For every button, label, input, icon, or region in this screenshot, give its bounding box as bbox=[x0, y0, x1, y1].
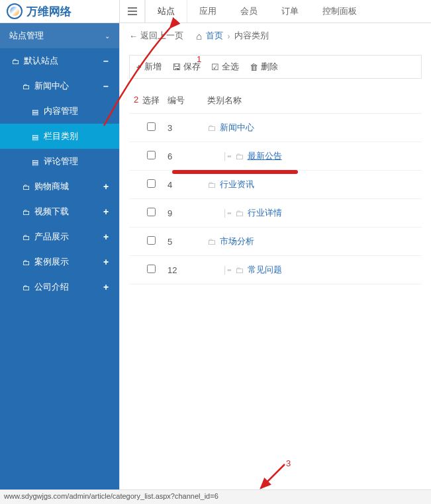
folder-icon bbox=[235, 151, 244, 161]
sidebar-item[interactable]: 公司介绍+ bbox=[0, 274, 119, 300]
row-name-link[interactable]: 行业详情 bbox=[248, 207, 282, 219]
folder-icon bbox=[23, 182, 30, 192]
tree-line-icon bbox=[223, 152, 231, 160]
status-url: www.sdygwjgs.com/admin/article/category_… bbox=[4, 492, 218, 500]
table-row: 5市场分析 bbox=[129, 228, 422, 256]
breadcrumb-home[interactable]: 首页 bbox=[206, 30, 223, 42]
sidebar-item-label: 案例展示 bbox=[34, 256, 69, 268]
sidebar-section-header[interactable]: 站点管理 ⌄ bbox=[0, 23, 119, 48]
sidebar-item-label: 评论管理 bbox=[44, 155, 78, 167]
toggle-icon: + bbox=[102, 231, 110, 242]
table-row: 3新闻中心 bbox=[129, 114, 422, 142]
status-bar: www.sdygwjgs.com/admin/article/category_… bbox=[0, 489, 431, 504]
sidebar-item-label: 购物商城 bbox=[34, 181, 69, 192]
toggle-icon: + bbox=[102, 282, 110, 292]
sidebar-item-label: 视频下载 bbox=[34, 206, 69, 218]
logo-icon bbox=[7, 3, 23, 19]
table-row: 6最新公告 bbox=[129, 142, 422, 171]
sidebar-item-label: 公司介绍 bbox=[34, 281, 69, 293]
toolbar: 新增 保存 全选 删除 bbox=[129, 55, 422, 79]
table-row: 12常见问题 bbox=[129, 256, 422, 284]
annotation-label-3: 3 bbox=[286, 458, 291, 468]
folder-icon bbox=[12, 56, 20, 66]
sidebar-tree: 默认站点–新闻中心–内容管理栏目类别评论管理购物商城+视频下载+产品展示+案例展… bbox=[0, 48, 119, 300]
toggle-icon: – bbox=[102, 56, 110, 66]
doc-icon bbox=[32, 106, 40, 116]
sidebar-item-label: 产品展示 bbox=[34, 231, 69, 243]
data-grid: 选择 编号 类别名称 3新闻中心6最新公告4行业资讯9行业详情5市场分析12常见… bbox=[129, 88, 422, 284]
row-checkbox[interactable] bbox=[147, 208, 156, 216]
sidebar-item[interactable]: 产品展示+ bbox=[0, 224, 119, 249]
breadcrumb-current: 内容类别 bbox=[234, 30, 269, 42]
check-icon bbox=[211, 62, 219, 72]
breadcrumb: ← 返回上一页 首页 › 内容类别 bbox=[120, 23, 431, 48]
folder-icon bbox=[23, 232, 30, 242]
home-icon bbox=[196, 30, 202, 42]
folder-icon bbox=[23, 282, 30, 292]
toggle-icon: + bbox=[102, 257, 110, 267]
sidebar-item[interactable]: 默认站点– bbox=[0, 48, 119, 73]
row-checkbox[interactable] bbox=[147, 265, 156, 273]
grid-body: 3新闻中心6最新公告4行业资讯9行业详情5市场分析12常见问题 bbox=[129, 114, 422, 284]
header-id: 编号 bbox=[168, 95, 207, 106]
nav-tab[interactable]: 会员 bbox=[228, 0, 269, 22]
row-checkbox[interactable] bbox=[147, 236, 156, 245]
add-button[interactable]: 新增 bbox=[136, 61, 162, 73]
breadcrumb-sep: › bbox=[227, 31, 230, 41]
main-area: 站点应用会员订单控制面板 ← 返回上一页 首页 › 内容类别 新增 保存 全选 … bbox=[119, 0, 431, 504]
row-id: 3 bbox=[168, 123, 207, 133]
row-name-link[interactable]: 新闻中心 bbox=[220, 122, 254, 134]
row-id: 5 bbox=[168, 237, 207, 247]
nav-tab[interactable]: 订单 bbox=[269, 0, 311, 22]
sidebar-item-label: 栏目类别 bbox=[44, 130, 78, 142]
row-checkbox[interactable] bbox=[147, 122, 156, 131]
back-button[interactable]: ← 返回上一页 bbox=[129, 30, 183, 42]
sidebar-item-label: 内容管理 bbox=[44, 105, 78, 117]
row-checkbox[interactable] bbox=[147, 151, 156, 159]
sidebar-section-label: 站点管理 bbox=[9, 30, 44, 42]
sidebar-item-label: 默认站点 bbox=[24, 55, 58, 67]
sidebar-item[interactable]: 栏目类别 bbox=[0, 124, 119, 149]
header-select: 选择 bbox=[134, 95, 168, 106]
sidebar-item[interactable]: 视频下载+ bbox=[0, 199, 119, 224]
save-icon bbox=[172, 62, 181, 72]
row-name-link[interactable]: 常见问题 bbox=[248, 264, 282, 276]
trash-icon bbox=[250, 62, 258, 72]
brand-logo: 万维网络 bbox=[0, 0, 119, 23]
row-name-link[interactable]: 行业资讯 bbox=[220, 179, 254, 190]
row-id: 9 bbox=[168, 208, 207, 218]
row-id: 4 bbox=[168, 180, 207, 190]
row-name-link[interactable]: 最新公告 bbox=[248, 150, 282, 162]
sidebar-item[interactable]: 购物商城+ bbox=[0, 174, 119, 199]
folder-icon bbox=[23, 257, 30, 267]
nav-tab[interactable]: 应用 bbox=[187, 0, 228, 22]
header-name: 类别名称 bbox=[207, 95, 416, 106]
brand-text: 万维网络 bbox=[26, 4, 72, 19]
folder-icon bbox=[207, 123, 216, 133]
folder-icon bbox=[235, 265, 244, 275]
delete-button[interactable]: 删除 bbox=[250, 61, 278, 73]
sidebar-item[interactable]: 内容管理 bbox=[0, 99, 119, 124]
folder-icon bbox=[207, 237, 216, 247]
annotation-underline bbox=[172, 170, 298, 174]
nav-tabs: 站点应用会员订单控制面板 bbox=[145, 0, 369, 22]
hamburger-button[interactable] bbox=[120, 0, 145, 22]
tree-line-icon bbox=[223, 209, 231, 217]
plus-icon bbox=[136, 62, 142, 72]
sidebar: 万维网络 站点管理 ⌄ 默认站点–新闻中心–内容管理栏目类别评论管理购物商城+视… bbox=[0, 0, 119, 504]
sidebar-item[interactable]: 新闻中心– bbox=[0, 73, 119, 99]
sidebar-item[interactable]: 案例展示+ bbox=[0, 249, 119, 274]
sidebar-item[interactable]: 评论管理 bbox=[0, 149, 119, 174]
table-row: 9行业详情 bbox=[129, 199, 422, 228]
toggle-icon: + bbox=[102, 181, 110, 192]
nav-tab[interactable]: 站点 bbox=[145, 0, 187, 22]
row-checkbox[interactable] bbox=[147, 179, 156, 188]
arrow-left-icon: ← bbox=[129, 31, 138, 41]
grid-header: 选择 编号 类别名称 bbox=[129, 88, 422, 114]
folder-icon bbox=[207, 180, 216, 190]
tree-line-icon bbox=[223, 266, 231, 274]
top-nav: 站点应用会员订单控制面板 bbox=[120, 0, 431, 23]
nav-tab[interactable]: 控制面板 bbox=[311, 0, 369, 22]
row-name-link[interactable]: 市场分析 bbox=[220, 235, 254, 247]
select-all-button[interactable]: 全选 bbox=[211, 61, 239, 73]
